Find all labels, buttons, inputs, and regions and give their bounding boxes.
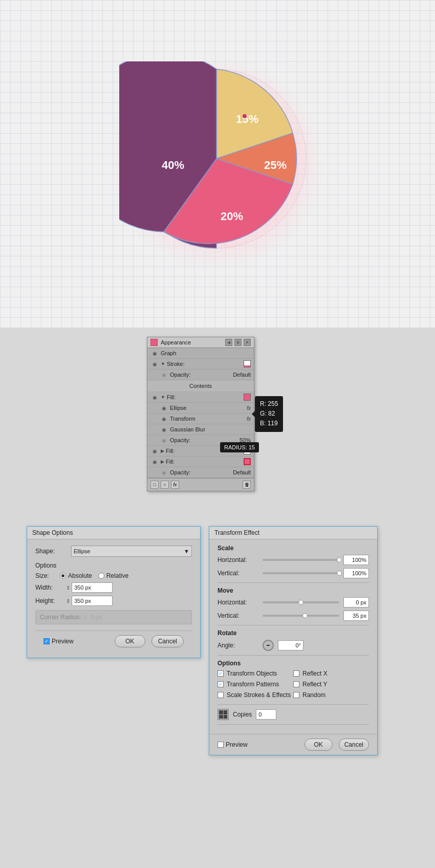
relative-radio-btn[interactable] [98,573,104,579]
move-v-slider[interactable] [263,615,339,617]
move-h-value[interactable]: 0 px [343,597,369,607]
tp-cancel-button[interactable]: Cancel [339,739,369,751]
radius-tooltip: RADIUS: 15 [220,442,259,452]
width-label: Width: [35,584,66,591]
transform-patterns-checkbox[interactable] [217,681,224,687]
transform-patterns-row: Transform Patterns [217,681,293,688]
scale-v-value[interactable]: 100% [343,568,369,578]
so-preview-checkbox[interactable] [44,638,50,644]
scale-h-value[interactable]: 100% [343,555,369,565]
tp-preview-label[interactable]: Preview [217,741,248,748]
ellipse-row: ◉ Ellipse fx [147,403,254,414]
eye-icon-opacity-def[interactable]: ◉ [160,468,168,476]
corner-radius-section: Corner Radius: ⇕ 9 px [35,610,192,624]
scale-v-thumb[interactable] [337,571,342,576]
width-stepper[interactable]: ⇕ [66,585,70,591]
shape-options-footer: Preview OK Cancel [35,631,192,652]
fill-arrow: ▼ [161,395,165,400]
eye-icon-opacity50[interactable]: ◉ [160,436,168,444]
angle-value[interactable]: 0° [278,640,303,650]
scale-h-thumb[interactable] [337,557,342,562]
eye-icon-fill-white[interactable]: ◉ [150,447,159,455]
fill-row: ◉ ▼ Fill: [147,392,254,403]
eye-icon-fill-red[interactable]: ◉ [150,458,159,466]
relative-radio[interactable]: Relative [98,572,128,579]
width-value: 350 px [74,584,91,591]
copies-icon [217,709,229,720]
scale-v-label: Vertical: [217,570,258,577]
pie-chart-wrapper[interactable]: 15% 25% 20% 40% [109,51,324,266]
move-v-row: Vertical: 35 px [217,611,369,621]
absolute-radio[interactable]: Absolute [60,572,92,579]
move-v-value[interactable]: 35 px [343,611,369,621]
rgb-tooltip: R: 255 G: 82 B: 119 [255,396,283,432]
eye-icon-transform[interactable]: ◉ [160,415,168,423]
so-preview-checkbox-label[interactable]: Preview [44,638,74,645]
scale-v-slider[interactable] [263,572,339,574]
shape-options-title: Shape Options [32,529,73,536]
reflect-x-checkbox[interactable] [293,670,299,677]
random-checkbox[interactable] [293,692,299,698]
scale-h-slider[interactable] [263,559,339,561]
ap-circle-btn[interactable]: ○ [161,481,169,489]
close-panel-button[interactable]: × [244,339,251,346]
eye-icon-blur[interactable]: ◉ [160,425,168,433]
angle-row: Angle: 0° [217,640,369,651]
tp-preview-checkbox[interactable] [217,742,224,748]
height-field[interactable]: 350 px [72,596,113,606]
absolute-radio-btn[interactable] [60,573,66,579]
fill-red-swatch[interactable] [244,458,251,465]
copies-value: 0 [258,711,262,718]
reflect-y-checkbox[interactable] [293,681,299,687]
copies-field[interactable]: 0 [256,709,276,720]
move-v-thumb[interactable] [302,613,308,618]
scale-strokes-checkbox[interactable] [217,692,224,698]
angle-dial[interactable] [263,640,274,651]
transform-body: Scale Horizontal: 100% Vertical: 100% [209,539,377,734]
stroke-label: Stroke: [167,361,244,367]
fill-swatch[interactable] [244,394,251,401]
pie-chart[interactable]: 15% 25% 20% 40% [119,61,314,256]
options-label: Options [35,562,192,569]
ap-trash-btn[interactable]: 🗑 [243,481,251,489]
height-row: Height: ⇕ 350 px [35,596,192,606]
pie-label-15: 15% [236,113,258,125]
transform-label: Transform [170,416,245,422]
stroke-arrow: ▼ [161,361,165,366]
appearance-color-swatch [150,339,158,346]
panel-menu-button[interactable]: ≡ [234,339,242,346]
shape-dropdown[interactable]: Ellipse ▼ [71,546,192,557]
so-preview-label: Preview [52,638,74,645]
appearance-title: Appearance [161,339,191,345]
ap-fx-btn[interactable]: fx [171,481,179,489]
dropdown-arrow: ▼ [184,548,189,554]
gaussian-blur-label: Gaussian Blur [170,426,251,432]
scale-strokes-label: Scale Strokes & Effects [227,691,291,699]
eye-icon-ellipse[interactable]: ◉ [160,404,168,412]
stroke-swatch[interactable] [244,360,251,367]
height-stepper[interactable]: ⇕ [66,598,70,604]
tp-ok-button[interactable]: OK [304,739,333,751]
so-cancel-button[interactable]: Cancel [151,635,184,647]
width-field[interactable]: 350 px [72,582,113,593]
move-v-label: Vertical: [217,612,258,619]
appearance-footer: □ ○ fx 🗑 [147,478,254,491]
eye-icon-opacity[interactable]: ◉ [160,371,168,379]
so-ok-button[interactable]: OK [115,635,145,647]
rgb-r-value: R: 255 [260,399,278,409]
angle-dial-needle [267,645,270,646]
collapse-panel-button[interactable]: ◂ [225,339,232,346]
copies-cell-2 [224,710,228,714]
move-h-thumb[interactable] [298,600,303,605]
height-value: 350 px [74,598,91,604]
random-label: Random [302,691,325,699]
eye-icon-stroke[interactable]: ◉ [150,360,159,368]
eye-icon-graph[interactable]: ◉ [150,349,159,357]
ap-rect-btn[interactable]: □ [150,481,159,489]
transform-objects-checkbox[interactable] [217,670,224,677]
pie-label-40: 40% [162,159,184,171]
transform-fx: fx [247,416,251,422]
eye-icon-fill[interactable]: ◉ [150,393,159,401]
ellipse-fx: fx [247,405,251,411]
move-h-slider[interactable] [263,601,339,603]
